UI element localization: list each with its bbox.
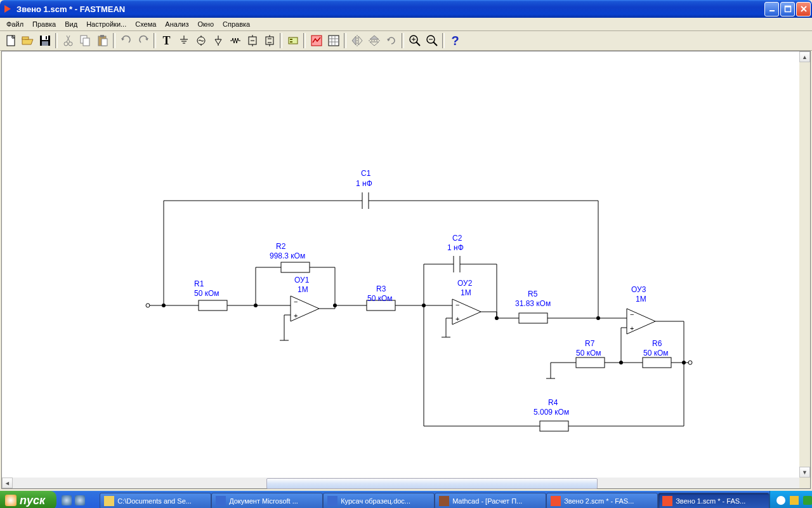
text-button[interactable]: T (158, 32, 175, 50)
redo-button[interactable] (134, 32, 152, 50)
minimize-button[interactable] (764, 2, 779, 17)
plot-red-button[interactable] (308, 32, 325, 50)
menu-window[interactable]: Окно (193, 19, 219, 29)
svg-rect-20 (290, 39, 292, 40)
start-button[interactable]: пуск (0, 491, 56, 508)
scroll-thumb[interactable] (266, 478, 598, 489)
maximize-button[interactable] (780, 2, 795, 17)
task-items: C:\Documents and Se... Документ Microsof… (90, 491, 769, 508)
copy-button[interactable] (77, 32, 94, 50)
task-item[interactable]: Звено 2.scm * - FAS... (546, 493, 658, 508)
label-R7-name: R7 (585, 339, 595, 348)
svg-rect-12 (83, 38, 89, 46)
save-file-button[interactable] (36, 32, 53, 50)
tray-icon[interactable] (803, 496, 812, 505)
separator-icon (402, 33, 404, 48)
svg-point-9 (64, 42, 68, 46)
open-file-button[interactable] (19, 32, 36, 50)
label-C1-val: 1 нФ (356, 179, 372, 188)
fastmean-icon (551, 496, 561, 506)
svg-rect-23 (329, 36, 339, 46)
tray-icon[interactable] (776, 496, 785, 505)
label-R1-val: 50 кОм (194, 289, 219, 298)
word-icon (216, 496, 226, 506)
label-R4-val: 5.009 кОм (534, 408, 569, 417)
svg-point-51 (688, 361, 692, 364)
windows-logo-icon (5, 495, 16, 506)
scroll-corner (799, 478, 810, 488)
horizontal-scrollbar[interactable]: ◄ ► (2, 478, 810, 488)
cut-button[interactable] (60, 32, 77, 50)
task-item[interactable]: Mathcad - [Расчет П... (435, 493, 546, 508)
svg-point-10 (69, 42, 72, 46)
svg-rect-15 (102, 39, 107, 46)
separator-icon (154, 33, 156, 48)
taskbar: пуск C:\Documents and Se... Документ Mic… (0, 491, 812, 508)
svg-rect-49 (643, 358, 671, 368)
rotate-button[interactable] (383, 32, 400, 50)
separator-icon (303, 33, 306, 48)
probe-button[interactable] (209, 32, 226, 50)
ground-button[interactable] (175, 32, 192, 50)
flip-h-button[interactable] (348, 32, 365, 50)
source-button[interactable] (192, 32, 209, 50)
zoom-out-button[interactable] (423, 32, 440, 50)
label-R6-name: R6 (652, 339, 662, 348)
paste-button[interactable] (94, 32, 111, 50)
quicklaunch-icon[interactable] (62, 495, 72, 505)
vertical-scrollbar[interactable]: ▲ ▼ (799, 51, 810, 478)
label-R4-name: R4 (548, 398, 558, 407)
svg-rect-2 (785, 6, 790, 8)
label-R7-val: 50 кОм (576, 349, 601, 358)
label-R2-val: 998.3 кОм (270, 251, 305, 260)
folder-icon (104, 496, 114, 506)
system-tray: Ru 14:44 (769, 491, 812, 508)
svg-rect-14 (100, 35, 104, 37)
scroll-up-icon[interactable]: ▲ (799, 51, 810, 62)
task-item-active[interactable]: Звено 1.scm * - FAS... (658, 493, 769, 508)
label-R5-name: R5 (528, 290, 538, 298)
element2-button[interactable] (261, 32, 278, 50)
menu-view[interactable]: Вид (60, 19, 82, 29)
help-button[interactable]: ? (447, 32, 464, 50)
label-OY2-name: ОУ2 (457, 279, 473, 288)
task-item[interactable]: C:\Documents and Se... (100, 493, 211, 508)
label-C1-name: C1 (361, 169, 371, 178)
menu-scheme[interactable]: Схема (131, 19, 160, 29)
separator-icon (280, 33, 282, 48)
menu-help[interactable]: Справка (218, 19, 254, 29)
title-bar: Звено 1.scm * - FASTMEAN (0, 0, 812, 18)
task-item[interactable]: Документ Microsoft ... (211, 493, 323, 508)
mathcad-icon (439, 496, 449, 506)
component-button[interactable] (284, 32, 301, 50)
menu-analysis[interactable]: Анализ (160, 19, 193, 29)
scroll-down-icon[interactable]: ▼ (799, 467, 810, 478)
schematic-canvas[interactable]: C1 1 нФ R1 50 кОм R2 998.3 кОм −+ ОУ1 1М… (1, 51, 811, 489)
svg-text:−: − (630, 311, 634, 318)
svg-rect-6 (42, 36, 48, 40)
resistor-button[interactable] (226, 32, 244, 50)
quicklaunch-icon[interactable] (75, 495, 85, 505)
scroll-left-icon[interactable]: ◄ (2, 478, 13, 488)
close-button[interactable] (796, 2, 811, 17)
menu-edit[interactable]: Правка (28, 19, 60, 29)
toolbar: T ? (0, 31, 812, 51)
new-file-button[interactable] (2, 32, 19, 50)
svg-text:+: + (294, 312, 298, 319)
svg-text:+: + (455, 315, 459, 323)
zoom-in-button[interactable] (406, 32, 423, 50)
tray-icon[interactable] (790, 496, 799, 505)
app-icon (3, 4, 13, 14)
menu-bar: Файл Правка Вид Настройки... Схема Анали… (0, 18, 812, 31)
plot-grid-button[interactable] (325, 32, 342, 50)
svg-rect-52 (540, 421, 568, 431)
label-OY3-val: 1М (636, 295, 646, 304)
menu-file[interactable]: Файл (2, 19, 28, 29)
flip-v-button[interactable] (365, 32, 383, 50)
task-item[interactable]: Курсач образец.doc... (323, 493, 435, 508)
element1-button[interactable] (244, 32, 261, 50)
label-R2-name: R2 (276, 242, 286, 251)
window-title: Звено 1.scm * - FASTMEAN (16, 4, 125, 14)
undo-button[interactable] (117, 32, 134, 50)
menu-settings[interactable]: Настройки... (82, 19, 131, 29)
